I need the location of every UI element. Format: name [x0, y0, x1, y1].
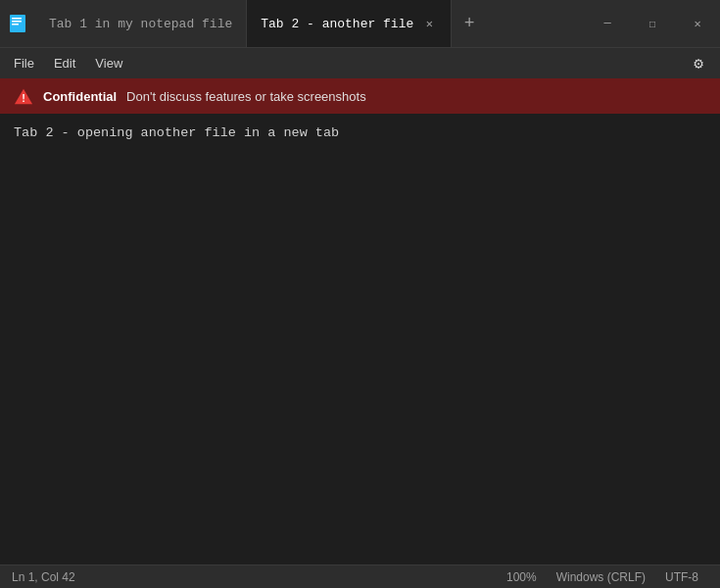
title-bar: Tab 1 in my notepad file Tab 2 - another…: [0, 0, 720, 47]
window-controls: — ☐ ✕: [585, 0, 720, 47]
warning-label: Confidential: [43, 89, 117, 104]
view-menu[interactable]: View: [85, 52, 132, 74]
svg-text:!: !: [22, 92, 25, 104]
warning-icon: !: [14, 86, 33, 106]
tab-bar: Tab 1 in my notepad file Tab 2 - another…: [35, 0, 585, 47]
maximize-button[interactable]: ☐: [630, 0, 675, 47]
tab-2-label: Tab 2 - another file: [261, 17, 413, 31]
menu-bar: File Edit View ⚙: [0, 47, 720, 78]
edit-menu[interactable]: Edit: [44, 52, 85, 74]
warning-text: Don't discuss features or take screensho…: [126, 89, 366, 104]
tab-2-close[interactable]: ✕: [421, 16, 437, 31]
minimize-button[interactable]: —: [585, 0, 630, 47]
new-tab-button[interactable]: +: [452, 6, 487, 41]
line-ending: Windows (CRLF): [547, 570, 655, 584]
settings-button[interactable]: ⚙: [681, 50, 716, 77]
tab-1[interactable]: Tab 1 in my notepad file: [35, 0, 247, 47]
editor-content: Tab 2 - opening another file in a new ta…: [14, 123, 706, 143]
editor-area[interactable]: Tab 2 - opening another file in a new ta…: [0, 114, 720, 564]
svg-rect-3: [12, 24, 19, 25]
tab-1-label: Tab 1 in my notepad file: [49, 17, 232, 31]
file-menu[interactable]: File: [4, 52, 44, 74]
encoding: UTF-8: [655, 570, 708, 584]
svg-rect-2: [12, 21, 22, 23]
svg-rect-1: [12, 18, 22, 20]
status-bar: Ln 1, Col 42 100% Windows (CRLF) UTF-8: [0, 564, 720, 588]
tab-2[interactable]: Tab 2 - another file ✕: [247, 0, 452, 47]
zoom-level: 100%: [497, 570, 547, 584]
warning-banner: ! Confidential Don't discuss features or…: [0, 78, 720, 114]
cursor-position: Ln 1, Col 42: [12, 570, 85, 584]
close-button[interactable]: ✕: [675, 0, 720, 47]
app-icon: [0, 0, 35, 47]
notepad-icon: [8, 14, 27, 33]
